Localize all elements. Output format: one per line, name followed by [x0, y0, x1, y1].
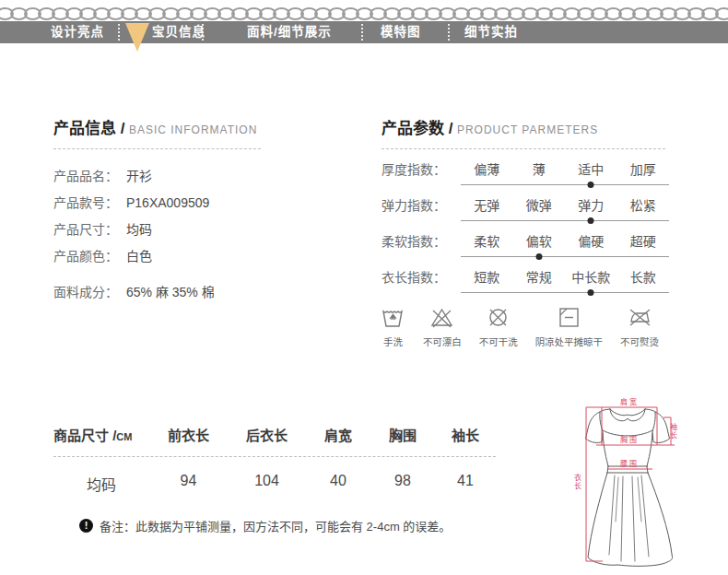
info-label: 产品尺寸： — [53, 222, 118, 237]
scale-option: 柔软 — [461, 233, 513, 250]
info-label: 产品颜色： — [53, 249, 118, 264]
scale-dot-icon — [588, 217, 594, 224]
parameters-title: 产品参数 / — [382, 120, 452, 137]
info-row-product-name: 产品品名：开衫 — [53, 163, 335, 190]
scale-options: 偏薄 薄 适中 加厚 — [461, 161, 669, 189]
dress-outline — [586, 409, 673, 566]
info-label: 面料成分： — [53, 285, 118, 299]
care-item-dry-flat-in-shade: 阴凉处平摊晾干 — [535, 305, 604, 348]
care-item-no-bleach: 不可漂白 — [423, 305, 462, 348]
scale-line — [461, 220, 669, 221]
scale-option: 偏薄 — [461, 161, 513, 178]
scale-option: 加厚 — [617, 161, 670, 178]
info-row-size: 产品尺寸：均码 — [53, 217, 335, 243]
info-value: 均码 — [126, 222, 152, 237]
size-value: 104 — [228, 457, 306, 495]
info-value: 开衫 — [126, 169, 152, 183]
diagram-label-length: 衣长 — [573, 473, 581, 490]
scale-option: 微弹 — [513, 197, 566, 214]
info-row-style-number: 产品款号：P16XA009509 — [53, 190, 335, 217]
info-value: 65% 麻 35% 棉 — [126, 285, 215, 299]
scale-label: 厚度指数： — [382, 161, 461, 178]
scale-label: 弹力指数： — [382, 197, 461, 214]
scale-row-softness: 柔软指数： 柔软 偏软 偏硬 超硬 — [382, 233, 669, 269]
diagram-label-waist: 腰围 — [620, 460, 639, 468]
info-row-color: 产品颜色：白色 — [53, 243, 335, 270]
scale-option: 常规 — [513, 269, 566, 286]
size-table: 商品尺寸 /CM 前衣长 后衣长 肩宽 胸围 袖长 均码 94 104 40 9… — [53, 425, 496, 495]
care-label: 不可干洗 — [479, 334, 518, 348]
scale-option: 薄 — [513, 161, 566, 178]
care-label: 不可熨烫 — [620, 334, 659, 348]
basic-info-title: 产品信息 / — [53, 120, 124, 137]
care-label: 手洗 — [383, 334, 403, 348]
info-label: 产品品名： — [53, 169, 118, 183]
scale-option: 松紧 — [617, 197, 670, 214]
size-table-header: 肩宽 — [306, 425, 370, 456]
scale-dot-icon — [535, 253, 542, 260]
nav-separator — [448, 24, 450, 41]
basic-info-subtitle: BASIC INFORMATION — [129, 123, 257, 136]
scale-option: 长款 — [617, 269, 670, 286]
care-item-no-dry-clean: 不可干洗 — [479, 305, 518, 348]
nav-separator — [202, 24, 204, 41]
scale-option: 弹力 — [565, 197, 617, 214]
size-value: 40 — [306, 457, 370, 495]
info-row-fabric: 面料成分：65% 麻 35% 棉 — [53, 279, 335, 306]
scale-options: 无弹 微弹 弹力 松紧 — [461, 197, 669, 225]
no-bleach-icon — [429, 305, 454, 330]
nav-tab-detail-shots[interactable]: 细节实拍 — [464, 21, 518, 43]
scale-row-elasticity: 弹力指数： 无弹 微弹 弹力 松紧 — [382, 197, 669, 233]
scale-options: 短款 常规 中长款 长款 — [461, 269, 669, 297]
exclamation-icon: ! — [79, 519, 93, 533]
scale-line — [461, 184, 669, 185]
nav-tab-fabric-details[interactable]: 面料/细节展示 — [247, 21, 332, 43]
remark-text: 备注：此数据为平铺测量，因方法不同，可能会有 2-4cm 的误差。 — [100, 517, 451, 534]
nav-tab-design-highlights[interactable]: 设计亮点 — [51, 21, 104, 43]
dress-measurement-diagram: 肩宽 袖长 胸围 腰围 衣长 — [562, 374, 726, 573]
nav-separator — [118, 24, 120, 41]
scale-line — [461, 292, 669, 293]
size-table-header-row: 商品尺寸 /CM 前衣长 后衣长 肩宽 胸围 袖长 — [53, 425, 496, 456]
chain-border — [0, 6, 728, 20]
nav-tab-model-photos[interactable]: 模特图 — [381, 21, 421, 43]
dry-flat-in-shade-icon — [557, 305, 581, 330]
nav-tab-product-info[interactable]: 宝贝信息 — [152, 21, 205, 43]
basic-info-section: 产品信息 / BASIC INFORMATION 产品品名：开衫 产品款号：P1… — [53, 115, 335, 306]
basic-info-rows: 产品品名：开衫 产品款号：P16XA009509 产品尺寸：均码 产品颜色：白色… — [53, 163, 335, 306]
size-table-header: 胸围 — [370, 425, 435, 456]
care-label: 阴凉处平摊晾干 — [535, 334, 604, 348]
size-row-label: 均码 — [53, 457, 149, 495]
scale-option: 短款 — [461, 269, 513, 286]
care-label: 不可漂白 — [423, 334, 462, 348]
scale-dot-icon — [588, 289, 594, 296]
nav-bar: 设计亮点 宝贝信息 面料/细节展示 模特图 细节实拍 — [0, 21, 728, 43]
diagram-label-sleeve: 袖长 — [669, 422, 677, 440]
info-label: 产品款号： — [53, 195, 118, 210]
nav-separator — [361, 24, 363, 41]
parameters-header: 产品参数 / PRODUCT PARMETERS — [382, 115, 669, 138]
scale-option: 偏硬 — [565, 233, 617, 250]
no-iron-icon — [628, 305, 652, 330]
scale-option: 中长款 — [565, 269, 617, 286]
scale-options: 柔软 偏软 偏硬 超硬 — [461, 233, 669, 261]
cm-unit: CM — [116, 431, 132, 442]
care-icons-row: 手洗 不可漂白 不可干洗 阴凉处平摊晾干 — [381, 305, 659, 348]
info-value: 白色 — [126, 249, 152, 264]
care-item-no-iron: 不可熨烫 — [620, 305, 659, 348]
size-table-value-row: 均码 94 104 40 98 41 — [53, 457, 496, 495]
hand-wash-icon — [381, 305, 405, 330]
care-item-hand-wash: 手洗 — [381, 305, 405, 348]
size-table-header: 后衣长 — [228, 425, 306, 456]
parameters-subtitle: PRODUCT PARMETERS — [457, 123, 598, 136]
scale-option: 无弹 — [461, 197, 513, 214]
scale-dot-icon — [588, 182, 594, 188]
scale-option: 适中 — [565, 161, 617, 178]
size-value: 98 — [370, 457, 435, 495]
size-table-header-unit: 商品尺寸 /CM — [53, 425, 149, 456]
dashed-divider — [382, 148, 665, 149]
scale-row-length: 衣长指数： 短款 常规 中长款 长款 — [382, 269, 669, 305]
info-value: P16XA009509 — [126, 195, 209, 210]
size-value: 94 — [149, 457, 228, 495]
scale-label: 柔软指数： — [382, 233, 461, 250]
